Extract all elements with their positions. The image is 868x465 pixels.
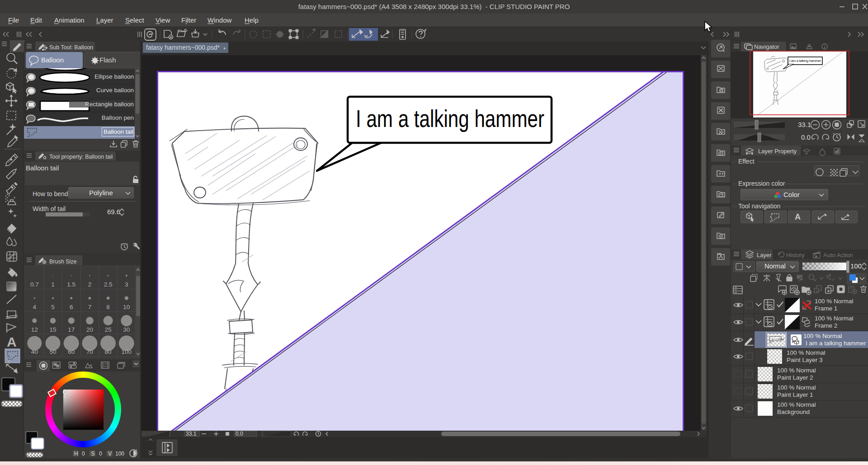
svg-text:25: 25: [105, 326, 112, 333]
svg-text:0.7: 0.7: [30, 281, 39, 288]
svg-text:H: H: [74, 451, 78, 457]
svg-text:1.5: 1.5: [67, 281, 75, 288]
svg-text:7: 7: [88, 304, 92, 310]
svg-text:Navigator: Navigator: [754, 43, 779, 50]
svg-text:40: 40: [31, 348, 38, 355]
svg-text:2.5: 2.5: [104, 281, 113, 288]
svg-text:50: 50: [49, 348, 56, 355]
svg-text:4: 4: [33, 304, 37, 310]
svg-text:15: 15: [49, 326, 56, 333]
svg-text:0: 0: [99, 451, 102, 457]
svg-text:12: 12: [31, 326, 38, 333]
svg-text:Tool property: Balloon tail: Tool property: Balloon tail: [49, 154, 113, 160]
svg-text:History: History: [786, 252, 805, 258]
svg-text:I am a talking hammer: I am a talking hammer: [356, 105, 544, 132]
svg-text:80: 80: [105, 348, 112, 355]
svg-text:10: 10: [123, 304, 130, 310]
svg-text:0.0: 0.0: [801, 133, 811, 141]
svg-text:30: 30: [123, 326, 130, 333]
svg-text:33.1: 33.1: [798, 121, 811, 128]
svg-text:2: 2: [88, 281, 92, 288]
svg-text:Brush Size: Brush Size: [49, 258, 76, 265]
svg-text:100: 100: [122, 348, 132, 355]
svg-text:100: 100: [115, 451, 124, 457]
svg-text:0.0: 0.0: [236, 431, 243, 437]
svg-text:8: 8: [106, 304, 110, 310]
svg-text:20: 20: [86, 326, 93, 333]
svg-text:Layer Property: Layer Property: [758, 148, 797, 155]
svg-text:70: 70: [86, 348, 93, 355]
svg-text:60: 60: [68, 348, 75, 355]
svg-text:Flash: Flash: [99, 56, 116, 64]
svg-text:3: 3: [125, 281, 128, 288]
svg-text:5: 5: [51, 304, 55, 310]
svg-text:17: 17: [68, 326, 75, 333]
svg-text:0: 0: [82, 451, 85, 457]
svg-text:A: A: [7, 334, 17, 349]
svg-text:V: V: [108, 451, 112, 457]
svg-text:33.1: 33.1: [186, 431, 197, 437]
svg-text:Auto Action: Auto Action: [823, 252, 853, 258]
svg-text:Layer: Layer: [757, 252, 772, 258]
svg-text:Sub Tool: Balloon: Sub Tool: Balloon: [49, 44, 93, 51]
svg-text:A: A: [795, 212, 801, 221]
svg-text:Balloon: Balloon: [41, 56, 64, 64]
svg-text:1: 1: [51, 281, 55, 288]
svg-text:S: S: [91, 451, 95, 457]
svg-text:6: 6: [70, 304, 73, 310]
